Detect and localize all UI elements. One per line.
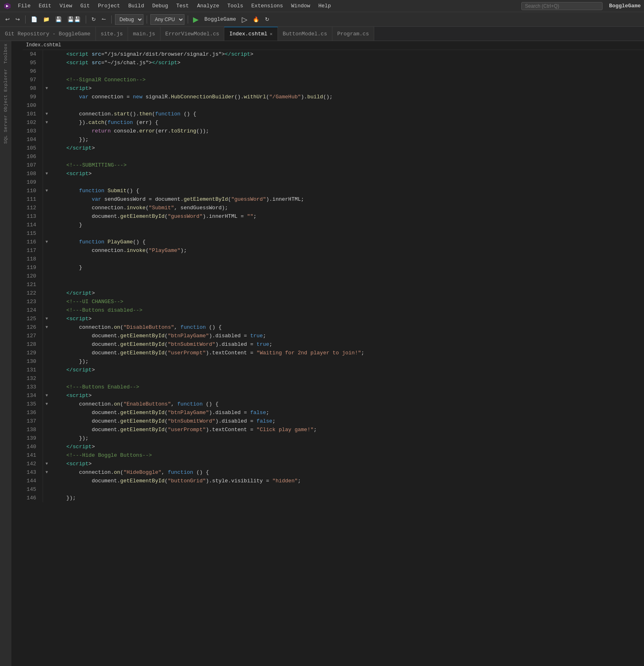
code-line: <!---SUBMITTING---> bbox=[54, 161, 644, 169]
menu-test[interactable]: Test bbox=[173, 2, 192, 10]
new-file-btn[interactable]: 📄 bbox=[29, 15, 39, 24]
code-line bbox=[54, 67, 644, 76]
code-line bbox=[54, 229, 644, 238]
menu-debug[interactable]: Debug bbox=[149, 2, 171, 10]
line-number: 127 bbox=[23, 332, 39, 340]
code-line: <script> bbox=[54, 84, 644, 93]
line-number: 145 bbox=[23, 485, 39, 494]
line-number: 138 bbox=[23, 425, 39, 434]
menu-file[interactable]: File bbox=[15, 2, 34, 10]
undo-btn[interactable]: ↻ bbox=[89, 15, 98, 24]
lines-wrapper: 9495969798991001011021031041051061071081… bbox=[23, 50, 644, 502]
collapse-button[interactable]: ▼ bbox=[43, 84, 50, 93]
menu-view[interactable]: View bbox=[56, 2, 75, 10]
line-number: 119 bbox=[23, 263, 39, 272]
hot-reload-btn[interactable]: 🔥 bbox=[251, 15, 261, 24]
close-tab-icon[interactable]: ✕ bbox=[270, 31, 273, 37]
collapse-placeholder bbox=[43, 272, 50, 280]
code-line bbox=[54, 255, 644, 263]
collapse-button[interactable]: ▼ bbox=[43, 118, 50, 127]
code-container[interactable]: 9495969798991001011021031041051061071081… bbox=[23, 50, 644, 666]
collapse-placeholder bbox=[43, 59, 50, 67]
sql-explorer-label[interactable]: SQL Server Object Explorer bbox=[2, 66, 9, 146]
line-number: 110 bbox=[23, 187, 39, 195]
line-number: 140 bbox=[23, 443, 39, 451]
line-numbers-gutter: 9495969798991001011021031041051061071081… bbox=[23, 50, 43, 502]
code-line bbox=[54, 374, 644, 383]
collapse-button[interactable]: ▼ bbox=[43, 110, 50, 118]
code-line: <script> bbox=[54, 169, 644, 178]
save-btn[interactable]: 💾 bbox=[53, 15, 64, 24]
collapse-button[interactable]: ▼ bbox=[43, 187, 50, 195]
tab-errorviewmodel[interactable]: ErrorViewModel.cs bbox=[160, 27, 225, 41]
line-number: 95 bbox=[23, 59, 39, 67]
collapse-placeholder bbox=[43, 477, 50, 485]
collapse-placeholder bbox=[43, 408, 50, 417]
tab-program-cs[interactable]: Program.cs bbox=[332, 27, 374, 41]
restart-btn[interactable]: ↻ bbox=[263, 15, 271, 24]
platform-select[interactable]: Any CPU bbox=[150, 14, 184, 25]
line-number: 144 bbox=[23, 477, 39, 485]
menu-project[interactable]: Project bbox=[95, 2, 124, 10]
line-number: 115 bbox=[23, 229, 39, 238]
project-name: BoggleGame bbox=[202, 16, 239, 22]
tab-index-cshtml[interactable]: Index.cshtml ✕ bbox=[224, 27, 278, 41]
line-number: 102 bbox=[23, 118, 39, 127]
code-line: var connection = new signalR.HubConnecti… bbox=[54, 93, 644, 101]
collapse-placeholder bbox=[43, 204, 50, 212]
menu-build[interactable]: Build bbox=[125, 2, 147, 10]
menu-edit[interactable]: Edit bbox=[35, 2, 54, 10]
code-line: connection.on("EnableButtons", function … bbox=[54, 400, 644, 408]
tab-site-js[interactable]: site.js bbox=[96, 27, 128, 41]
menu-extensions[interactable]: Extensions bbox=[248, 2, 286, 10]
start-without-debug-btn[interactable]: ▷ bbox=[240, 15, 249, 24]
line-number: 97 bbox=[23, 76, 39, 84]
collapse-button[interactable]: ▼ bbox=[43, 391, 50, 400]
collapse-button[interactable]: ▼ bbox=[43, 315, 50, 323]
code-line: }); bbox=[54, 494, 644, 502]
code-line bbox=[54, 272, 644, 280]
code-line: connection.on("HideBoggle", function () … bbox=[54, 468, 644, 477]
code-editor[interactable]: <script src="/js/signalr/dist/browser/si… bbox=[50, 50, 644, 502]
collapse-button[interactable]: ▼ bbox=[43, 323, 50, 332]
collapse-button[interactable]: ▼ bbox=[43, 468, 50, 477]
forward-btn[interactable]: ↪ bbox=[13, 15, 22, 24]
debug-config-select[interactable]: Debug bbox=[115, 14, 143, 25]
search-input[interactable] bbox=[521, 2, 603, 10]
line-number: 131 bbox=[23, 366, 39, 374]
tab-buttonmodel[interactable]: ButtonModel.cs bbox=[278, 27, 332, 41]
code-line: document.getElementById("buttonGrid").st… bbox=[54, 477, 644, 485]
collapse-placeholder bbox=[43, 451, 50, 460]
line-number: 99 bbox=[23, 93, 39, 101]
collapse-button[interactable]: ▼ bbox=[43, 169, 50, 178]
redo-btn[interactable]: ↼ bbox=[100, 15, 108, 24]
menu-analyze[interactable]: Analyze bbox=[194, 2, 223, 10]
code-line: document.getElementById("btnSubmitWord")… bbox=[54, 417, 644, 425]
toolbox-label[interactable]: Toolbox bbox=[2, 41, 9, 66]
tab-label-git: Git Repository - BoggleGame bbox=[5, 31, 91, 37]
collapse-button[interactable]: ▼ bbox=[43, 460, 50, 468]
collapse-placeholder bbox=[43, 221, 50, 229]
toolbar: ↩ ↪ 📄 📁 💾 💾💾 ↻ ↼ Debug Any CPU ▶ BoggleG… bbox=[0, 12, 644, 27]
open-btn[interactable]: 📁 bbox=[41, 15, 52, 24]
collapse-button[interactable]: ▼ bbox=[43, 400, 50, 408]
tab-git-repository[interactable]: Git Repository - BoggleGame bbox=[0, 27, 96, 41]
tab-main-js[interactable]: main.js bbox=[128, 27, 160, 41]
menu-help[interactable]: Help bbox=[315, 2, 334, 10]
tab-label-site: site.js bbox=[101, 31, 123, 37]
start-debug-btn[interactable]: ▶ bbox=[191, 15, 200, 24]
line-number: 130 bbox=[23, 357, 39, 366]
menu-git[interactable]: Git bbox=[77, 2, 93, 10]
save-all-btn[interactable]: 💾💾 bbox=[65, 15, 82, 24]
menu-window[interactable]: Window bbox=[288, 2, 314, 10]
collapse-placeholder bbox=[43, 332, 50, 340]
collapse-button[interactable]: ▼ bbox=[43, 238, 50, 246]
menu-tools[interactable]: Tools bbox=[224, 2, 247, 10]
line-number: 112 bbox=[23, 204, 39, 212]
tab-label-index: Index.cshtml bbox=[229, 31, 267, 37]
line-number: 135 bbox=[23, 400, 39, 408]
code-line bbox=[54, 485, 644, 494]
back-btn[interactable]: ↩ bbox=[3, 15, 12, 24]
code-line: <script> bbox=[54, 315, 644, 323]
collapse-placeholder bbox=[43, 246, 50, 255]
